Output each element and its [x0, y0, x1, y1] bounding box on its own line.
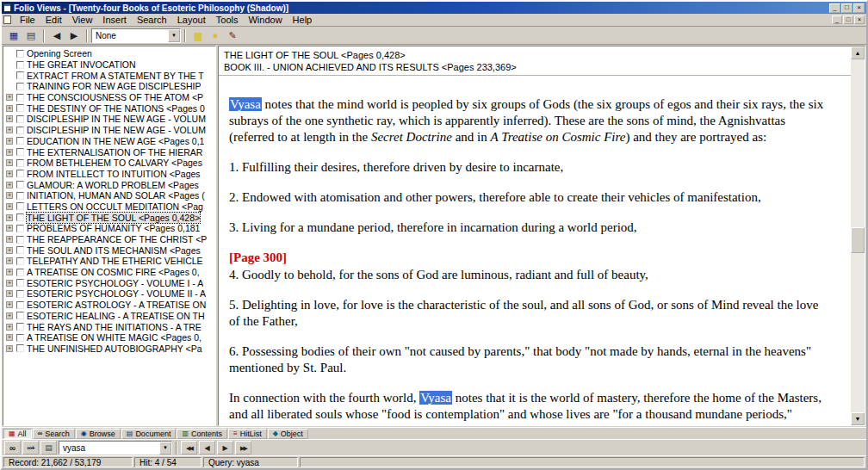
menu-window[interactable]: Window [243, 15, 287, 25]
item-checkbox[interactable] [16, 50, 24, 58]
sidebar-item[interactable]: +THE CONSCIOUSNESS OF THE ATOM <P [3, 92, 215, 103]
menu-insert[interactable]: Insert [97, 15, 132, 25]
save-button[interactable] [5, 28, 22, 43]
scroll-up-icon[interactable]: ▲ [851, 46, 865, 59]
menu-view[interactable]: View [67, 15, 98, 25]
chevron-down-icon[interactable]: ▼ [159, 442, 171, 455]
item-checkbox[interactable] [16, 290, 24, 298]
item-checkbox[interactable] [16, 236, 24, 244]
expand-icon[interactable]: + [6, 192, 13, 199]
sidebar-item[interactable]: +INITIATION, HUMAN AND SOLAR <Pages ( [3, 190, 215, 201]
item-checkbox[interactable] [16, 181, 24, 189]
expand-icon[interactable]: + [6, 149, 13, 156]
item-checkbox[interactable] [16, 148, 24, 156]
item-checkbox[interactable] [16, 170, 24, 177]
sidebar-item[interactable]: +DISCIPLESHIP IN THE NEW AGE - VOLUM [3, 114, 215, 125]
item-checkbox[interactable] [16, 344, 24, 352]
tab-contents[interactable]: Contents [177, 429, 227, 439]
expand-icon[interactable]: + [6, 280, 13, 287]
item-checkbox[interactable] [16, 137, 24, 145]
sidebar-item[interactable]: +THE REAPPEARANCE OF THE CHRIST <P [3, 234, 215, 245]
sidebar-item[interactable]: +FROM BETHLEHEM TO CALVARY <Pages [3, 158, 215, 169]
item-checkbox[interactable] [16, 71, 24, 79]
expand-icon[interactable]: + [6, 138, 13, 145]
item-checkbox[interactable] [16, 213, 24, 221]
item-checkbox[interactable] [16, 279, 24, 287]
pen-button[interactable] [224, 28, 241, 43]
item-checkbox[interactable] [16, 334, 24, 342]
binoculars-button[interactable] [4, 441, 21, 455]
expand-icon[interactable]: + [6, 236, 13, 243]
sidebar-item[interactable]: +THE EXTERNALISATION OF THE HIERAR [3, 146, 215, 158]
sidebar-item[interactable]: +PROBLEMS OF HUMANITY <Pages 0,181 [3, 223, 215, 234]
minimize-button[interactable]: _ [829, 3, 840, 13]
mdi-close-button[interactable]: × [854, 15, 865, 24]
query-combo[interactable]: vyasa ▼ [59, 441, 172, 455]
menu-file[interactable]: File [15, 15, 40, 25]
menu-help[interactable]: Help [288, 15, 318, 25]
sidebar-item[interactable]: +ESOTERIC HEALING - A TREATISE ON TH [3, 311, 215, 322]
expand-icon[interactable]: + [6, 214, 13, 221]
item-checkbox[interactable] [16, 192, 24, 200]
expand-icon[interactable]: + [6, 301, 13, 308]
expand-icon[interactable]: + [6, 324, 13, 331]
sidebar-item[interactable]: +THE DESTINY OF THE NATIONS <Pages 0 [3, 102, 215, 114]
chevron-down-icon[interactable]: ▼ [168, 29, 180, 42]
mdi-minimize-button[interactable]: _ [832, 15, 842, 24]
forward-button[interactable] [65, 28, 83, 43]
expand-icon[interactable]: + [6, 94, 13, 101]
expand-icon[interactable]: + [6, 290, 13, 297]
first-hit-button[interactable] [181, 441, 197, 455]
back-button[interactable] [48, 28, 65, 43]
item-checkbox[interactable] [16, 94, 24, 102]
expand-icon[interactable]: + [6, 257, 13, 264]
last-hit-button[interactable] [235, 441, 251, 455]
menu-search[interactable]: Search [132, 15, 172, 25]
sidebar-item[interactable]: +A TREATISE ON WHITE MAGIC <Pages 0, [3, 332, 215, 343]
item-checkbox[interactable] [16, 202, 24, 210]
item-checkbox[interactable] [16, 323, 24, 331]
expand-icon[interactable]: + [6, 170, 13, 177]
mdi-restore-button[interactable]: □ [843, 15, 853, 24]
scrollbar-thumb[interactable] [851, 227, 865, 253]
sidebar-item[interactable]: +A TREATISE ON COSMIC FIRE <Pages 0, [3, 267, 215, 278]
advanced-query-button[interactable] [22, 441, 39, 455]
expand-icon[interactable]: + [6, 105, 13, 112]
expand-icon[interactable]: + [6, 334, 13, 341]
item-checkbox[interactable] [16, 246, 24, 254]
sidebar-item[interactable]: +THE RAYS AND THE INITIATIONS - A TRE [3, 321, 215, 332]
item-checkbox[interactable] [16, 269, 24, 276]
sidebar-item[interactable]: TRAINING FOR NEW AGE DISCIPLESHIP [3, 81, 215, 92]
tab-object[interactable]: Object [268, 429, 308, 439]
item-checkbox[interactable] [16, 83, 24, 90]
expand-icon[interactable]: + [6, 159, 13, 166]
tab-browse[interactable]: Browse [76, 429, 121, 439]
sidebar-item[interactable]: +FROM INTELLECT TO INTUITION <Pages [3, 169, 215, 180]
sidebar-item[interactable]: +EDUCATION IN THE NEW AGE <Pages 0,1 [3, 136, 215, 147]
highlighter-button[interactable] [189, 28, 207, 43]
menu-edit[interactable]: Edit [40, 15, 67, 25]
item-checkbox[interactable] [16, 257, 24, 265]
tab-all[interactable]: All [3, 429, 32, 439]
sidebar-item[interactable]: Opening Screen [3, 48, 215, 59]
item-checkbox[interactable] [16, 127, 24, 134]
note-button[interactable] [207, 28, 224, 43]
close-button[interactable]: × [853, 3, 865, 13]
expand-icon[interactable]: + [6, 247, 13, 254]
tab-search[interactable]: Search [33, 429, 75, 439]
expand-icon[interactable]: + [6, 312, 13, 319]
sidebar-item[interactable]: +THE SOUL AND ITS MECHANISM <Pages [3, 244, 215, 256]
sidebar-item[interactable]: +ESOTERIC PSYCHOLOGY - VOLUME II - A [3, 288, 215, 300]
item-checkbox[interactable] [16, 159, 24, 167]
expand-icon[interactable]: + [6, 115, 13, 122]
tab-document[interactable]: Document [121, 429, 177, 439]
sidebar-item[interactable]: THE GREAT INVOCATION [3, 59, 215, 71]
sidebar-item[interactable]: EXTRACT FROM A STATEMENT BY THE T [3, 70, 215, 81]
item-checkbox[interactable] [16, 61, 24, 69]
previous-hit-button[interactable] [199, 441, 215, 455]
expand-icon[interactable]: + [6, 182, 13, 189]
item-checkbox[interactable] [16, 104, 24, 112]
expand-icon[interactable]: + [6, 203, 13, 210]
expand-icon[interactable]: + [6, 269, 13, 275]
vertical-scrollbar[interactable]: ▲ ▼ [851, 46, 865, 425]
